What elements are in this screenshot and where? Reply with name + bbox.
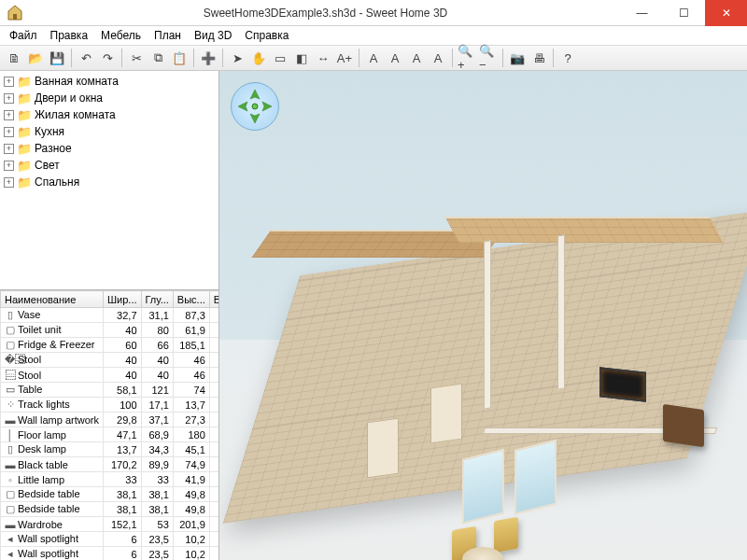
redo-icon[interactable]: ↷ bbox=[97, 48, 118, 68]
category-label: Жилая комната bbox=[35, 108, 116, 121]
column-header[interactable]: Шир... bbox=[104, 291, 142, 308]
catalog-category[interactable]: +📁Ванная комната bbox=[2, 73, 217, 90]
catalog-category[interactable]: +📁Кухня bbox=[2, 123, 217, 140]
folder-icon: 📁 bbox=[17, 142, 32, 156]
cell-value: 38,1 bbox=[141, 502, 173, 517]
help-icon[interactable]: ? bbox=[557, 48, 578, 68]
room-icon[interactable]: ◧ bbox=[291, 48, 312, 68]
tool-d-icon[interactable]: A bbox=[428, 48, 448, 68]
app-icon bbox=[6, 4, 24, 22]
column-header[interactable]: Наименование bbox=[1, 291, 104, 308]
furniture-icon: ▢ bbox=[5, 339, 16, 351]
category-label: Ванная комната bbox=[35, 75, 119, 88]
zoom-in-icon[interactable]: 🔍+ bbox=[457, 48, 477, 68]
column-header[interactable]: Выс... bbox=[173, 291, 209, 308]
table-row[interactable]: ◂Wall spotlight623,510,2 bbox=[1, 532, 219, 547]
table-row[interactable]: ◦Little lamp333341,9 bbox=[1, 472, 219, 487]
open-icon[interactable]: 📂 bbox=[25, 48, 46, 68]
save-icon[interactable]: 💾 bbox=[47, 48, 67, 68]
cell-value: 185,1 bbox=[173, 338, 209, 353]
column-header[interactable]: Глу... bbox=[141, 291, 173, 308]
furniture-icon: ◂ bbox=[5, 548, 16, 560]
folder-icon: 📁 bbox=[17, 75, 32, 89]
table-row[interactable]: ▬Wardrobe152,153201,9 bbox=[1, 517, 219, 532]
table-row[interactable]: ▢Fridge & Freezer6066185,1 bbox=[1, 338, 219, 353]
cell-value: 32,7 bbox=[104, 308, 142, 323]
cell-value: 170,2 bbox=[104, 457, 142, 472]
catalog-category[interactable]: +📁Свет bbox=[2, 157, 217, 174]
toolbar: 🗎📂💾↶↷✂⧉📋➕➤✋▭◧↔A+AAAA🔍+🔍−📷🖶? bbox=[0, 45, 747, 71]
cell-value: 74,9 bbox=[173, 457, 209, 472]
menu-plan[interactable]: План bbox=[148, 28, 187, 43]
furniture-name: Stool bbox=[18, 354, 41, 365]
table-row[interactable]: ▭Table58,112174 bbox=[1, 383, 219, 398]
chair-prop bbox=[494, 517, 518, 553]
expand-icon[interactable]: + bbox=[4, 93, 14, 104]
catalog-category[interactable]: +📁Двери и окна bbox=[2, 90, 217, 106]
catalog-category[interactable]: +📁Спальня bbox=[2, 174, 217, 190]
furniture-table[interactable]: НаименованиеШир...Глу...Выс...Видим... ▯… bbox=[0, 290, 218, 560]
new-icon[interactable]: 🗎 bbox=[4, 48, 24, 68]
expand-icon[interactable]: + bbox=[4, 144, 14, 154]
table-row[interactable]: ▢Bedside table38,138,149,8 bbox=[1, 487, 219, 502]
expand-icon[interactable]: + bbox=[4, 77, 14, 87]
add-furniture-icon[interactable]: ➕ bbox=[198, 48, 218, 68]
select-icon[interactable]: ➤ bbox=[227, 48, 247, 68]
furniture-name: Bedside table bbox=[18, 488, 80, 499]
menu-view3d[interactable]: Вид 3D bbox=[189, 28, 237, 43]
cell-value: 89,9 bbox=[141, 457, 173, 472]
table-row[interactable]: │Floor lamp47,168,9180 bbox=[1, 427, 219, 442]
table-row[interactable]: ▬Wall lamp artwork29,837,127,3 bbox=[1, 413, 219, 427]
table-row[interactable]: ⿳Stool404046 bbox=[1, 368, 219, 383]
photo-icon[interactable]: 📷 bbox=[507, 48, 528, 68]
table-row[interactable]: ▯Vase32,731,187,3 bbox=[1, 308, 219, 323]
tool-a-icon[interactable]: A bbox=[363, 48, 384, 68]
svg-marker-5 bbox=[262, 102, 272, 111]
table-row[interactable]: ▢Toilet unit408061,9 bbox=[1, 323, 219, 338]
zoom-out-icon[interactable]: 🔍− bbox=[478, 48, 499, 68]
pan-icon[interactable]: ✋ bbox=[248, 48, 269, 68]
copy-icon[interactable]: ⧉ bbox=[148, 48, 168, 68]
wall-icon[interactable]: ▭ bbox=[270, 48, 290, 68]
cell-value: 37,1 bbox=[141, 413, 173, 427]
cut-icon[interactable]: ✂ bbox=[126, 48, 147, 68]
expand-icon[interactable]: + bbox=[4, 110, 14, 120]
undo-icon[interactable]: ↶ bbox=[76, 48, 96, 68]
furniture-name: Black table bbox=[18, 459, 68, 470]
column-header[interactable]: Видим... bbox=[209, 291, 218, 308]
furniture-icon: ▬ bbox=[5, 414, 16, 426]
expand-icon[interactable]: + bbox=[4, 161, 14, 171]
maximize-button[interactable]: ☐ bbox=[663, 0, 705, 26]
minimize-button[interactable]: — bbox=[621, 0, 663, 26]
print-icon[interactable]: 🖶 bbox=[529, 48, 549, 68]
table-row[interactable]: ▬Black table170,289,974,9 bbox=[1, 457, 219, 472]
menu-help[interactable]: Справка bbox=[239, 28, 294, 43]
expand-icon[interactable]: + bbox=[4, 177, 14, 188]
menu-furniture[interactable]: Мебель bbox=[95, 28, 147, 43]
furniture-icon: ▯ bbox=[5, 443, 16, 455]
cell-value: 31,1 bbox=[141, 308, 173, 323]
menu-file[interactable]: Файл bbox=[4, 28, 43, 43]
text-icon[interactable]: A+ bbox=[334, 48, 355, 68]
paste-icon[interactable]: 📋 bbox=[169, 48, 190, 68]
table-row[interactable]: ◂Wall spotlight623,510,2 bbox=[1, 547, 219, 561]
nav-compass[interactable] bbox=[231, 82, 279, 131]
close-button[interactable]: ✕ bbox=[705, 0, 747, 26]
table-row[interactable]: ⁘Track lights10017,113,7 bbox=[1, 398, 219, 413]
cell-value: 34,3 bbox=[141, 442, 173, 457]
catalog-tree[interactable]: +📁Ванная комната+📁Двери и окна+📁Жилая ко… bbox=[0, 71, 218, 290]
menu-edit[interactable]: Правка bbox=[45, 28, 94, 43]
tool-c-icon[interactable]: A bbox=[406, 48, 427, 68]
category-label: Кухня bbox=[35, 125, 64, 138]
tool-b-icon[interactable]: A bbox=[385, 48, 405, 68]
view-3d[interactable] bbox=[219, 71, 747, 560]
expand-icon[interactable]: + bbox=[4, 127, 14, 137]
cell-value: 121 bbox=[141, 383, 173, 398]
table-row[interactable]: ▯Desk lamp13,734,345,1 bbox=[1, 442, 219, 457]
table-row[interactable]: ▢Bedside table38,138,149,8 bbox=[1, 502, 219, 517]
furniture-icon: ⿳ bbox=[5, 370, 16, 381]
table-row[interactable]: �⿳Stool404046 bbox=[1, 353, 219, 368]
catalog-category[interactable]: +📁Разное bbox=[2, 140, 217, 157]
catalog-category[interactable]: +📁Жилая комната bbox=[2, 106, 217, 123]
dimension-icon[interactable]: ↔ bbox=[313, 48, 333, 68]
